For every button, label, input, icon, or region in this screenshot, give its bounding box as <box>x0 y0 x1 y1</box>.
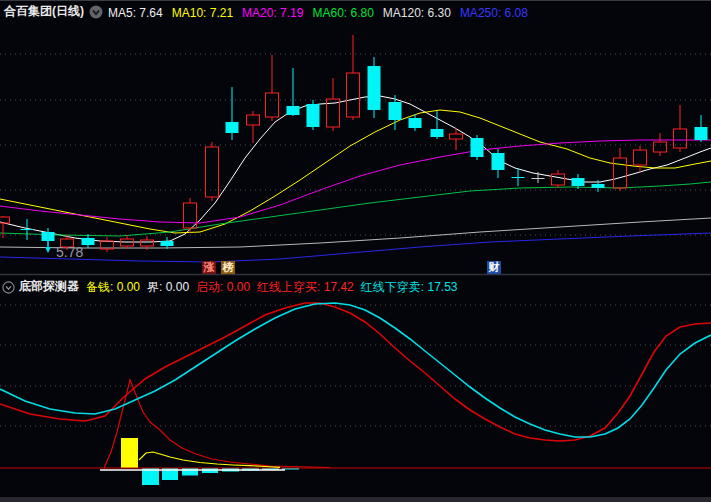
chart-canvas[interactable]: 5.78 <box>0 22 711 502</box>
indicator-field: 红线上穿买: 17.42 <box>257 280 354 294</box>
indicator-name[interactable]: 底部探测器 <box>19 278 79 295</box>
indicator-field: 启动: 0.00 <box>196 280 250 294</box>
ma-label: MA120: 6.30 <box>383 6 451 20</box>
ma-label: MA5: 7.64 <box>108 6 163 20</box>
marker-badge[interactable]: 榜 <box>221 261 235 274</box>
indicator-header: 底部探测器 备钱: 0.00界: 0.00启动: 0.00红线上穿买: 17.4… <box>0 276 711 296</box>
bottom-detector-plot <box>0 303 711 485</box>
stock-title[interactable]: 合百集团(日线) <box>4 3 84 20</box>
indicator-field: 界: 0.00 <box>147 280 189 294</box>
stock-chart-window: 合百集团(日线) MA5: 7.64MA10: 7.21MA20: 7.19MA… <box>0 0 711 502</box>
ma-label: MA250: 6.08 <box>460 6 528 20</box>
window-bottom-edge <box>0 497 711 502</box>
price-panel-header: 合百集团(日线) MA5: 7.64MA10: 7.21MA20: 7.19MA… <box>0 1 711 22</box>
ma-label: MA60: 6.80 <box>312 6 373 20</box>
ma-label: MA10: 7.21 <box>172 6 233 20</box>
indicator-value-readout: 备钱: 0.00界: 0.00启动: 0.00红线上穿买: 17.42红线下穿卖… <box>86 277 465 296</box>
marker-badge[interactable]: 财 <box>487 261 501 274</box>
chevron-down-icon[interactable] <box>89 5 103 19</box>
ma-label: MA20: 7.19 <box>242 6 303 20</box>
ma-value-readout: MA5: 7.64MA10: 7.21MA20: 7.19MA60: 6.80M… <box>108 3 537 21</box>
indicator-field: 备钱: 0.00 <box>86 280 140 294</box>
price-annotation-text: 5.78 <box>56 244 83 260</box>
indicator-field: 红线下穿卖: 17.53 <box>361 280 458 294</box>
marker-badge[interactable]: 涨 <box>202 261 216 274</box>
chevron-down-circle-icon[interactable] <box>2 280 15 293</box>
